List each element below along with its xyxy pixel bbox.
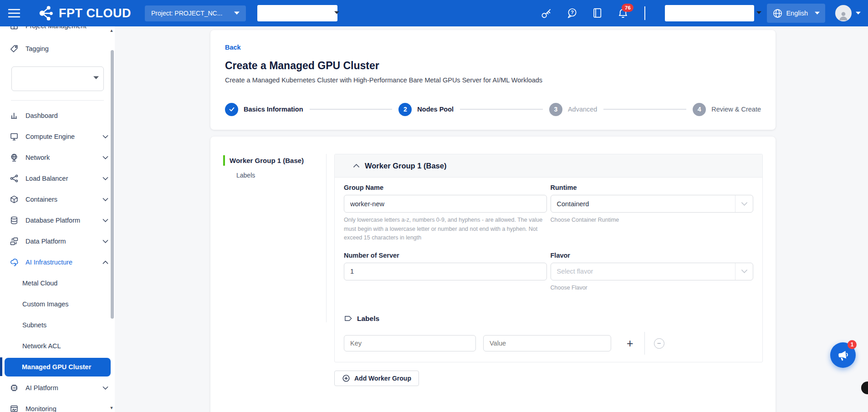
sidebar-item-tagging[interactable]: Tagging [0, 38, 115, 59]
group-name-input[interactable] [344, 195, 547, 213]
sidebar-item-label: Network ACL [22, 342, 61, 350]
sidebar-item-label: Tagging [26, 45, 49, 52]
step-connector [603, 109, 686, 110]
sidebar: Project Management Tagging Dashboard Com… [0, 26, 115, 412]
step-basics-information[interactable]: Basics Information [225, 103, 303, 116]
sidebar-scrollbar[interactable] [111, 50, 114, 319]
chevron-down-icon [102, 156, 108, 160]
worker-group-panel-header[interactable]: Worker Group 1 (Base) [335, 154, 762, 178]
step-check-circle [225, 103, 238, 116]
number-of-server-label: Number of Server [344, 252, 547, 259]
select-suffix [735, 195, 753, 212]
sidebar-item-load-balancer[interactable]: Load Balancer [0, 168, 115, 189]
chevron-down-icon[interactable] [334, 11, 339, 15]
sidebar-item-ai-platform[interactable]: AI AI Platform [0, 377, 115, 398]
sidebar-item-label: Managed GPU Cluster [22, 363, 91, 371]
worker-group-nav-item[interactable]: Worker Group 1 (Base) [223, 155, 326, 166]
chevron-down-icon [102, 177, 108, 181]
language-button[interactable]: English [767, 4, 825, 23]
documentation-button[interactable] [592, 7, 603, 19]
help-chat-icon: ? [566, 7, 578, 19]
fpt-molecule-icon [37, 5, 55, 22]
logo-text: FPT CLOUD [59, 6, 131, 20]
sidebar-item-label: Containers [26, 196, 57, 203]
chevron-down-icon [102, 198, 108, 202]
project-selector-button[interactable]: Project: PROJECT_NC... [145, 5, 246, 21]
chevron-down-icon [815, 11, 820, 15]
account-menu[interactable] [835, 5, 861, 21]
chevron-down-icon [856, 11, 861, 15]
add-label-button[interactable]: + [627, 338, 633, 349]
navbar-filter-input[interactable] [665, 5, 754, 21]
step-number-circle: 3 [549, 103, 562, 116]
back-link[interactable]: Back [225, 44, 241, 51]
announcements-fab[interactable]: 1 [830, 342, 856, 368]
sidebar-item-containers[interactable]: Containers [0, 189, 115, 210]
wizard-stepper: Basics Information 2 Nodes Pool 3 Advanc… [225, 102, 761, 116]
sidebar-item-compute-engine[interactable]: Compute Engine [0, 126, 115, 147]
sidebar-subitem-metal-cloud[interactable]: Metal Cloud [0, 273, 115, 294]
page-title: Create a Managed GPU Cluster [225, 59, 761, 72]
step-number-circle: 4 [693, 103, 706, 116]
sidebar-item-project-management[interactable]: Project Management [0, 26, 115, 36]
sidebar-subitem-subnets[interactable]: Subnets [0, 315, 115, 336]
support-button[interactable]: ? [566, 7, 578, 19]
sidebar-item-database-platform[interactable]: Database Platform [0, 210, 115, 231]
navbar-filter-select [665, 5, 754, 21]
panel-title: Worker Group 1 (Base) [365, 162, 446, 170]
step-advanced[interactable]: 3 Advanced [549, 103, 597, 116]
sidebar-subitem-custom-images[interactable]: Custom Images [0, 294, 115, 315]
runtime-label: Runtime [551, 184, 754, 191]
runtime-help: Choose Container Runtime [551, 216, 754, 225]
chevron-down-icon [234, 11, 240, 15]
sidebar-item-data-platform[interactable]: Data Platform [0, 231, 115, 252]
cube-icon [10, 195, 19, 204]
chevron-down-icon [735, 202, 753, 206]
sidebar-context-select[interactable] [11, 66, 104, 91]
label-value-input[interactable] [483, 335, 611, 351]
worker-group-panel: Worker Group 1 (Base) Group Name Only lo… [334, 154, 763, 362]
fpt-cloud-logo[interactable]: FPT CLOUD [37, 5, 131, 22]
step-review-create[interactable]: 4 Review & Create [693, 103, 761, 116]
chevron-down-icon[interactable] [756, 11, 761, 15]
globe-icon [772, 8, 783, 19]
flavor-select[interactable]: Select flavor [551, 263, 754, 280]
ai-cloud-icon [10, 258, 19, 267]
content-column: Back Create a Managed GPU Cluster Create… [210, 26, 776, 412]
svg-text:AI: AI [13, 387, 15, 389]
sidebar-item-label: AI Platform [26, 384, 58, 392]
sidebar-item-label: Load Balancer [26, 175, 68, 182]
remove-label-button[interactable]: − [654, 338, 664, 349]
add-worker-group-button[interactable]: Add Worker Group [334, 371, 419, 386]
sidebar-subitem-managed-gpu-cluster[interactable]: Managed GPU Cluster [5, 358, 111, 376]
chevron-up-icon [102, 260, 108, 264]
api-keys-button[interactable] [541, 7, 552, 19]
check-icon [228, 106, 235, 113]
labels-section-title: Labels [357, 315, 379, 323]
scrollbar-down-arrow[interactable]: ▼ [109, 406, 114, 410]
sidebar-item-dashboard[interactable]: Dashboard [0, 105, 115, 126]
notifications-button[interactable]: 76 [617, 7, 629, 19]
group-name-label: Group Name [344, 184, 547, 191]
navbar-search-input[interactable] [257, 5, 337, 21]
sidebar-subitem-network-acl[interactable]: Network ACL [0, 336, 115, 356]
project-selector-label: Project: PROJECT_NC... [151, 10, 222, 17]
page-subtitle: Create a Managed Kubernetes Cluster with… [225, 76, 761, 84]
scrollbar-up-arrow[interactable]: ▲ [109, 28, 114, 33]
sidebar-item-ai-infrastructure[interactable]: AI Infrastructure [0, 252, 115, 273]
sidebar-item-monitoring[interactable]: Monitoring [0, 398, 115, 412]
label-key-input[interactable] [344, 335, 476, 351]
fab-badge: 1 [848, 340, 857, 349]
runtime-select[interactable]: Containerd [551, 195, 754, 213]
navbar-divider [644, 6, 645, 20]
sidebar-item-network[interactable]: Network [0, 147, 115, 168]
step-nodes-pool[interactable]: 2 Nodes Pool [398, 103, 454, 116]
worker-group-nav-labels[interactable]: Labels [236, 172, 326, 179]
number-of-server-input[interactable] [344, 263, 547, 280]
select-suffix [735, 263, 753, 280]
chevron-down-icon [735, 269, 753, 274]
step-label: Nodes Pool [417, 106, 454, 113]
menu-icon[interactable] [8, 9, 20, 18]
sidebar-divider [11, 100, 104, 101]
sidebar-item-label: AI Infrastructure [26, 259, 72, 266]
